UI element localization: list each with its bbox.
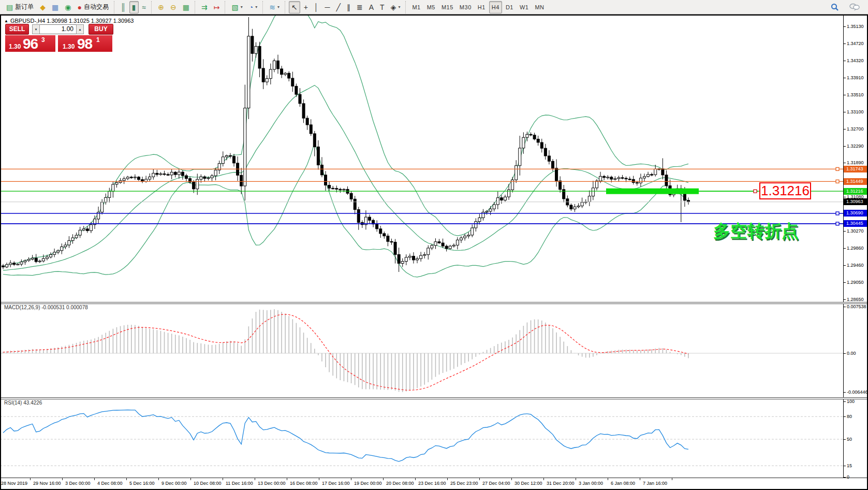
chart-symbol-header: ▲GBPUSD-,H4 1.30998 1.31025 1.30927 1.30… xyxy=(4,18,134,24)
hline-handle[interactable] xyxy=(836,212,839,215)
dropdown-caret-icon: ▾ xyxy=(255,5,257,9)
line-chart-icon: ≈ xyxy=(142,4,146,11)
horizontal-line-button[interactable]: ─ xyxy=(322,1,333,13)
chat-button[interactable] xyxy=(847,1,862,13)
turning-point-annotation[interactable]: 多空转折点 xyxy=(713,220,799,243)
time-tick-label: 7 Jan 16:00 xyxy=(643,481,667,486)
price-tick-label: 1.29860 xyxy=(847,246,864,251)
price-tick-label: 1.29050 xyxy=(847,280,864,285)
auto-scroll-button[interactable]: ⇉ xyxy=(199,1,210,13)
crosshair-button[interactable]: + xyxy=(301,1,311,13)
zoom-out-button[interactable]: ⊖ xyxy=(168,1,179,13)
trendline-button[interactable]: ╱ xyxy=(334,1,343,13)
fibonacci-icon: ≣ xyxy=(357,4,363,11)
profiles-button[interactable]: ▦ xyxy=(49,1,61,13)
time-tick-label: 3 Jan 00:00 xyxy=(579,481,603,486)
text-button[interactable]: A xyxy=(366,1,376,13)
volume-input[interactable] xyxy=(40,24,76,34)
chart-shift-button[interactable]: ↦ xyxy=(211,1,223,13)
clock-icon: ◔ xyxy=(249,4,253,11)
time-tick-label: 11 Dec 16:00 xyxy=(226,481,253,486)
timeframe-mn-button[interactable]: MN xyxy=(532,1,547,13)
price-tick-label: 1.33910 xyxy=(847,75,864,80)
symbol-ohlc-text: GBPUSD-,H4 1.30998 1.31025 1.30927 1.309… xyxy=(10,18,134,24)
timeframe-d1-button[interactable]: D1 xyxy=(503,1,516,13)
new-chart-button[interactable]: ▧▾ xyxy=(229,1,245,13)
volume-increase-button[interactable]: ▴ xyxy=(76,24,84,34)
time-tick xyxy=(479,478,480,480)
horizontal-lines[interactable] xyxy=(0,167,843,225)
highlight-annotation[interactable] xyxy=(606,189,758,194)
time-tick-label: 4 Dec 08:00 xyxy=(97,481,123,486)
channel-icon: ∥ xyxy=(347,4,350,11)
timeframe-h1-button[interactable]: H1 xyxy=(475,1,488,13)
timeframe-m1-button[interactable]: M1 xyxy=(409,1,423,13)
zoom-in-button[interactable]: ⊕ xyxy=(155,1,167,13)
volume-decrease-button[interactable]: ▾ xyxy=(32,24,40,34)
bar-chart-button[interactable]: ║ xyxy=(118,1,128,13)
time-tick-label: 9 Dec 00:00 xyxy=(161,481,187,486)
time-tick-label: 20 Dec 08:00 xyxy=(386,481,414,486)
toolbar-right xyxy=(828,1,868,13)
sell-price-panel[interactable]: 1.30 96 3 xyxy=(5,35,55,52)
price-tick-label: 1.30270 xyxy=(847,228,864,234)
toolbar-group-objects: ↖+│─╱∥≣AT◈▾ xyxy=(285,1,405,13)
dropdown-caret-icon: ▾ xyxy=(277,5,279,9)
arrow-objects-icon: ◈ xyxy=(391,4,396,11)
sell-button[interactable]: SELL xyxy=(5,24,29,35)
indicators-button[interactable]: ≋▾ xyxy=(267,1,282,13)
cursor-button[interactable]: ↖ xyxy=(289,1,300,13)
macd-panel-separator[interactable] xyxy=(1,302,867,304)
timeframe-m15-button[interactable]: M15 xyxy=(439,1,456,13)
collapse-arrow-icon[interactable]: ▲ xyxy=(4,19,8,23)
chart-wizard-button[interactable]: ◆ xyxy=(37,1,48,13)
new-order-button[interactable]: ▤新订单 xyxy=(4,1,36,13)
periodicity-button[interactable]: ◔▾ xyxy=(246,1,260,13)
rsi-panel-separator[interactable] xyxy=(1,397,867,399)
text-label-button[interactable]: T xyxy=(377,1,387,13)
buy-price-sup: 1 xyxy=(96,36,100,44)
autotrading-button[interactable]: ●自动交易 xyxy=(75,1,111,13)
candlestick-chart-button[interactable]: ▮ xyxy=(129,1,139,13)
vertical-line-icon: │ xyxy=(314,4,319,11)
zoom-out-icon: ⊖ xyxy=(170,4,176,11)
time-tick-label: 3 Dec 00:00 xyxy=(65,481,91,486)
macd-label: MACD(12,26,9) -0.000531 0.000078 xyxy=(4,305,88,310)
main-chart-panel[interactable] xyxy=(0,16,843,302)
time-tick xyxy=(415,478,416,480)
channel-button[interactable]: ∥ xyxy=(344,1,353,13)
macd-panel[interactable] xyxy=(0,303,843,397)
timeframe-w1-button-label: W1 xyxy=(520,4,529,10)
timeframe-w1-button[interactable]: W1 xyxy=(517,1,532,13)
dropdown-caret-icon: ▾ xyxy=(241,5,243,9)
buy-button[interactable]: BUY xyxy=(89,24,113,35)
arrows-button[interactable]: ◈▾ xyxy=(388,1,403,13)
price-tick-label: 1.33510 xyxy=(847,92,864,97)
buy-price-panel[interactable]: 1.30 98 1 xyxy=(58,35,112,52)
search-button[interactable] xyxy=(828,1,842,13)
hline-handle[interactable] xyxy=(836,167,839,170)
price-tick-label: 1.31890 xyxy=(847,160,864,165)
hline-handle[interactable] xyxy=(836,180,839,183)
toolbar-group-timeframes: M1M5M15M30H1H4D1W1MN xyxy=(405,1,549,13)
macd-tick-label: -0.006446 xyxy=(847,390,868,395)
timeframe-h4-button[interactable]: H4 xyxy=(489,1,502,13)
time-tick-label: 16 Dec 08:00 xyxy=(290,481,318,486)
new-chart-icon: ▧ xyxy=(231,4,238,11)
fibonacci-button[interactable]: ≣ xyxy=(354,1,365,13)
tile-windows-button[interactable]: ▦ xyxy=(180,1,192,13)
buy-price-small: 1.30 xyxy=(63,43,75,50)
line-chart-button[interactable]: ≈ xyxy=(140,1,149,13)
rsi-panel[interactable] xyxy=(0,398,843,478)
timeframe-m5-button[interactable]: M5 xyxy=(424,1,438,13)
time-tick-label: 10 Dec 08:00 xyxy=(194,481,222,486)
vertical-line-button[interactable]: │ xyxy=(312,1,321,13)
price-tick-label: 1.32290 xyxy=(847,143,864,149)
hline-handle[interactable] xyxy=(836,222,839,225)
timeframe-m30-button[interactable]: M30 xyxy=(457,1,474,13)
signals-button[interactable]: ◉ xyxy=(62,1,73,13)
timeframe-d1-button-label: D1 xyxy=(506,4,513,10)
dropdown-caret-icon: ▾ xyxy=(398,5,400,9)
one-click-row-prices: 1.30 96 3 1.30 98 1 xyxy=(5,35,115,52)
price-annotation-box[interactable]: 1.31216 xyxy=(759,182,811,199)
